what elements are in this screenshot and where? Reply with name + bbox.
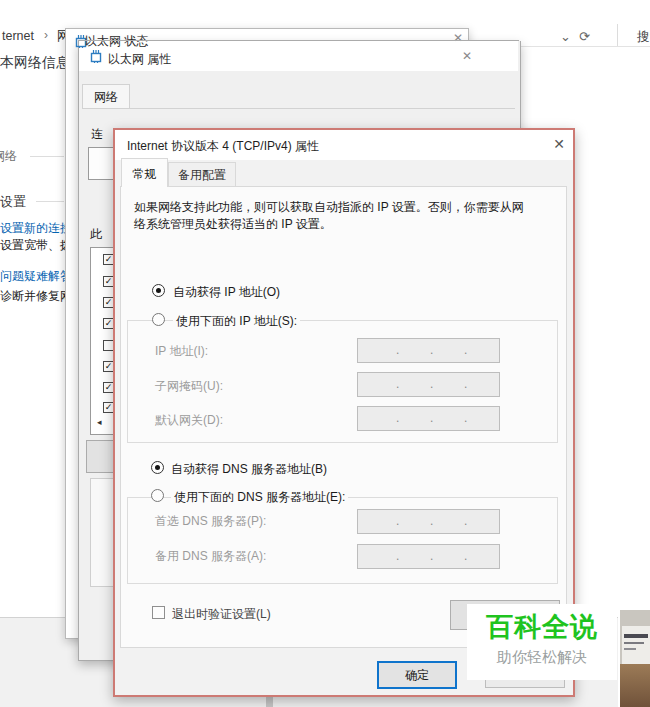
alternate-dns-input: ... [357, 544, 500, 569]
search-placeholder: 搜索 [637, 29, 650, 46]
alternate-dns-label: 备用 DNS 服务器(A): [155, 548, 266, 565]
window-title: 以太网 属性 [108, 51, 171, 68]
breadcrumb[interactable]: ternet [2, 29, 34, 43]
validate-on-exit-checkbox[interactable] [152, 606, 165, 619]
photo-cardboard [620, 664, 650, 707]
settings-section-label: 设置 [0, 193, 26, 211]
radio-manual-dns-label: 使用下面的 DNS 服务器地址(E): [171, 489, 348, 506]
active-network-label: 网络 [0, 148, 17, 165]
ip-address-input: ... [357, 338, 500, 363]
default-gateway-input: ... [357, 406, 500, 431]
preferred-dns-input: ... [357, 509, 500, 534]
ethernet-status-titlebar: 以太网 状态 ✕ [65, 28, 467, 48]
photo-label-line [624, 648, 636, 650]
breadcrumb-separator-icon: › [44, 28, 48, 42]
tab-network[interactable]: 网络 [82, 84, 130, 109]
ip-address-label: IP 地址(I): [155, 343, 208, 360]
photo-label-line [624, 634, 648, 638]
radio-manual-dns[interactable] [151, 489, 164, 502]
close-icon[interactable]: ✕ [453, 31, 463, 45]
connection-label-fragment: 连 [91, 126, 103, 143]
section-divider [30, 156, 64, 157]
photo-label [622, 626, 650, 666]
photo-fragment [618, 610, 650, 707]
link-setup-new-connection[interactable]: 设置新的连接 [0, 220, 72, 237]
addressbar-dropdown-icon[interactable]: ⌄ [560, 29, 571, 44]
page-title: 本网络信息 [0, 54, 70, 72]
validate-on-exit-label: 退出时验证设置(L) [172, 606, 271, 623]
window-title: 以太网 状态 [85, 33, 148, 50]
radio-auto-dns-label: 自动获得 DNS 服务器地址(B) [171, 461, 327, 478]
window-edge-fragment [266, 697, 273, 707]
tab-general[interactable]: 常规 [121, 158, 168, 187]
properties-window-top-edge [78, 40, 519, 41]
radio-manual-ip[interactable] [152, 313, 165, 326]
close-icon[interactable]: ✕ [462, 49, 472, 63]
subnet-mask-label: 子网掩码(U): [155, 378, 223, 395]
install-button-fragment[interactable] [86, 440, 115, 473]
items-label-fragment: 此 [90, 226, 102, 243]
preferred-dns-label: 首选 DNS 服务器(P): [155, 513, 266, 530]
close-icon[interactable]: ✕ [550, 135, 568, 153]
radio-manual-ip-label: 使用下面的 IP 地址(S): [173, 313, 300, 330]
watermark: 百科全说 助你轻松解决 [467, 604, 617, 680]
refresh-icon[interactable]: ⟳ [579, 29, 590, 44]
protocol-listbox-fragment: ✓ ✓ ✓ ✓ ✓ ✓ ✓ [90, 247, 115, 435]
link-diagnose-repair[interactable]: 诊断并修复网 [0, 288, 72, 305]
scroll-left-icon[interactable]: ◂ [97, 417, 102, 427]
radio-auto-dns[interactable] [151, 461, 164, 474]
photo-label-line [624, 642, 644, 644]
description-text: 如果网络支持此功能，则可以获取自动指派的 IP 设置。否则，你需要从网 [134, 199, 524, 216]
ok-button[interactable]: 确定 [377, 661, 457, 689]
tab-page: 如果网络支持此功能，则可以获取自动指派的 IP 设置。否则，你需要从网 络系统管… [120, 186, 567, 648]
dialog-title: Internet 协议版本 4 (TCP/IPv4) 属性 [127, 138, 319, 155]
watermark-title: 百科全说 [467, 609, 617, 645]
radio-auto-ip-label: 自动获得 IP 地址(O) [173, 284, 280, 301]
ethernet-plug-icon [70, 31, 82, 45]
tab-page-border [82, 108, 515, 109]
default-gateway-label: 默认网关(D): [155, 412, 223, 429]
radio-auto-ip[interactable] [152, 284, 165, 297]
adapter-name-field-fragment [88, 147, 115, 180]
screen: ternet › 网络 本网络信息 ⌄ ⟳ 搜索 网络 设置 设置新的连接 设置… [0, 0, 650, 707]
description-groupbox-fragment [90, 478, 115, 587]
ethernet-plug-icon [90, 49, 102, 63]
link-setup-broadband[interactable]: 设置宽带、拨 [0, 237, 72, 254]
link-troubleshoot[interactable]: 问题疑难解答 [0, 268, 72, 285]
watermark-subtitle: 助你轻松解决 [467, 648, 617, 667]
addressbar-underline [520, 46, 650, 47]
tab-alternate-config[interactable]: 备用配置 [168, 162, 236, 187]
section-divider [36, 201, 64, 202]
description-text: 络系统管理员处获得适当的 IP 设置。 [134, 216, 332, 233]
subnet-mask-input: ... [357, 372, 500, 397]
